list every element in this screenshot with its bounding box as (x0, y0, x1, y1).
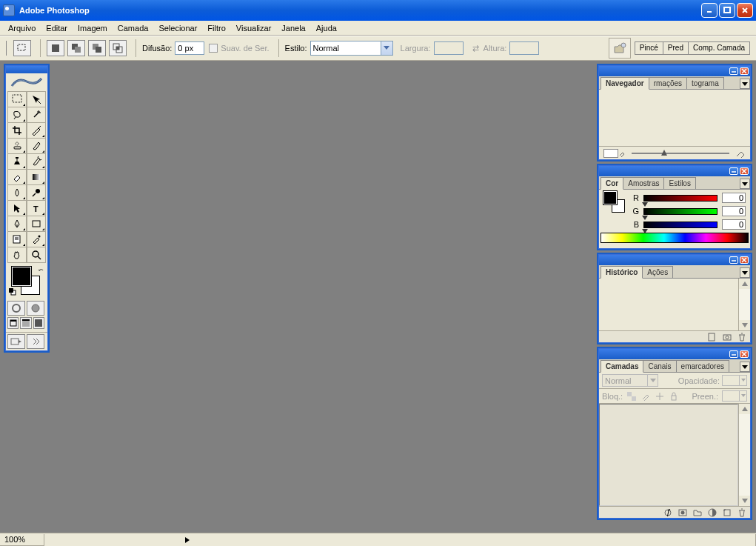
tab-estilos[interactable]: Estilos (663, 177, 695, 189)
tab-informacoes[interactable]: rmações (649, 77, 687, 89)
panel-minimize-button[interactable] (729, 167, 738, 175)
scroll-down-icon[interactable] (739, 496, 750, 506)
scrollbar[interactable] (738, 279, 750, 330)
color-spectrum[interactable] (601, 233, 749, 243)
menu-janela[interactable]: Janela (276, 22, 310, 34)
new-layer-icon[interactable] (722, 508, 732, 517)
panel-drag-handle[interactable] (599, 166, 750, 176)
new-selection-icon[interactable] (47, 40, 64, 56)
tab-amostras[interactable]: Amostras (623, 177, 664, 189)
move-tool[interactable] (27, 91, 46, 107)
standard-mode-button[interactable] (7, 301, 25, 316)
scroll-up-icon[interactable] (739, 279, 750, 289)
layer-mask-icon[interactable] (678, 508, 688, 517)
full-screen-button[interactable] (33, 317, 44, 329)
panel-menu-button[interactable] (740, 79, 750, 89)
history-brush-tool[interactable] (27, 153, 46, 170)
menu-filtro[interactable]: Filtro (202, 22, 230, 34)
trash-icon[interactable] (737, 508, 747, 517)
new-snapshot-icon[interactable] (722, 333, 732, 342)
menu-editar[interactable]: Editar (41, 22, 73, 34)
blur-tool[interactable] (7, 184, 27, 201)
tool-preset-picker[interactable] (13, 40, 31, 56)
tab-acoes[interactable]: Ações (642, 266, 673, 278)
tab-canais[interactable]: Canais (643, 360, 676, 372)
new-set-icon[interactable] (692, 508, 703, 517)
panel-minimize-button[interactable] (729, 350, 738, 358)
clone-stamp-tool[interactable] (7, 153, 27, 170)
shape-tool[interactable] (27, 216, 46, 232)
jump-button[interactable] (27, 334, 44, 349)
panel-close-button[interactable] (740, 350, 749, 358)
r-input[interactable] (722, 193, 746, 203)
quick-mask-mode-button[interactable] (27, 301, 44, 316)
dodge-tool[interactable] (27, 184, 46, 201)
scroll-down-icon[interactable] (739, 320, 750, 330)
scroll-up-icon[interactable] (739, 404, 750, 414)
maximize-button[interactable] (719, 3, 735, 18)
menu-selecionar[interactable]: Selecionar (153, 22, 202, 34)
scrollbar[interactable] (738, 404, 750, 506)
pen-tool[interactable] (7, 216, 27, 232)
full-screen-menu-button[interactable] (20, 317, 31, 329)
marquee-tool[interactable] (7, 91, 27, 107)
menu-ajuda[interactable]: Ajuda (311, 22, 342, 34)
new-doc-from-state-icon[interactable] (707, 333, 717, 342)
panel-drag-handle[interactable] (599, 349, 750, 359)
panel-menu-button[interactable] (740, 179, 750, 189)
zoom-slider-track[interactable] (632, 153, 729, 154)
panel-close-button[interactable] (740, 167, 749, 175)
layer-style-icon[interactable]: ƒ (663, 508, 673, 517)
default-colors-icon[interactable] (9, 288, 16, 297)
eraser-tool[interactable] (7, 169, 27, 185)
panel-minimize-button[interactable] (729, 256, 738, 264)
panel-close-button[interactable] (740, 67, 749, 75)
feather-input[interactable] (175, 41, 204, 55)
healing-brush-tool[interactable] (7, 138, 27, 154)
panel-drag-handle[interactable] (599, 255, 750, 265)
menu-arquivo[interactable]: Arquivo (3, 22, 41, 34)
path-selection-tool[interactable] (7, 200, 27, 216)
status-info[interactable] (44, 534, 756, 546)
tab-demarcadores[interactable]: emarcadores (676, 360, 729, 372)
tab-camadas[interactable]: Camadas (601, 360, 643, 373)
subtract-selection-icon[interactable] (88, 40, 106, 56)
g-slider[interactable] (643, 208, 717, 215)
zoom-level[interactable]: 100% (0, 534, 44, 546)
swap-colors-icon[interactable]: ⤺ (39, 267, 44, 273)
tab-historico[interactable]: Histórico (601, 266, 643, 279)
hand-tool[interactable] (7, 247, 27, 263)
minimize-button[interactable] (701, 3, 717, 18)
zoom-out-icon[interactable] (618, 150, 626, 157)
add-selection-icon[interactable] (67, 40, 85, 56)
intersect-selection-icon[interactable] (109, 40, 127, 56)
lasso-tool[interactable] (7, 107, 27, 123)
gradient-tool[interactable] (27, 169, 46, 185)
slice-tool[interactable] (27, 122, 46, 139)
panel-close-button[interactable] (740, 256, 749, 264)
close-button[interactable] (737, 3, 753, 18)
jump-to-imageready-button[interactable] (7, 334, 25, 349)
toolbox-drag-handle[interactable] (6, 66, 47, 73)
g-input[interactable] (722, 206, 746, 216)
zoom-in-icon[interactable] (735, 149, 746, 158)
brush-tool[interactable] (27, 138, 46, 154)
zoom-tool[interactable] (27, 247, 46, 263)
menu-imagem[interactable]: Imagem (73, 22, 113, 34)
style-select[interactable]: Normal (310, 41, 393, 56)
grip-icon[interactable] (6, 41, 9, 56)
r-slider[interactable] (643, 195, 717, 202)
crop-tool[interactable] (7, 122, 27, 139)
notes-tool[interactable] (7, 231, 27, 247)
foreground-color-swatch[interactable] (12, 267, 31, 286)
panel-drag-handle[interactable] (599, 66, 750, 76)
standard-screen-button[interactable] (7, 317, 19, 329)
b-slider[interactable] (643, 222, 717, 228)
b-input[interactable] (722, 219, 746, 230)
well-tab-brushes[interactable]: Pincé (635, 41, 663, 55)
menu-visualizar[interactable]: Visualizar (231, 22, 277, 34)
panel-menu-button[interactable] (740, 267, 750, 278)
menu-camada[interactable]: Camada (113, 22, 154, 34)
type-tool[interactable]: T (27, 200, 46, 216)
tab-histograma[interactable]: tograma (686, 77, 724, 89)
